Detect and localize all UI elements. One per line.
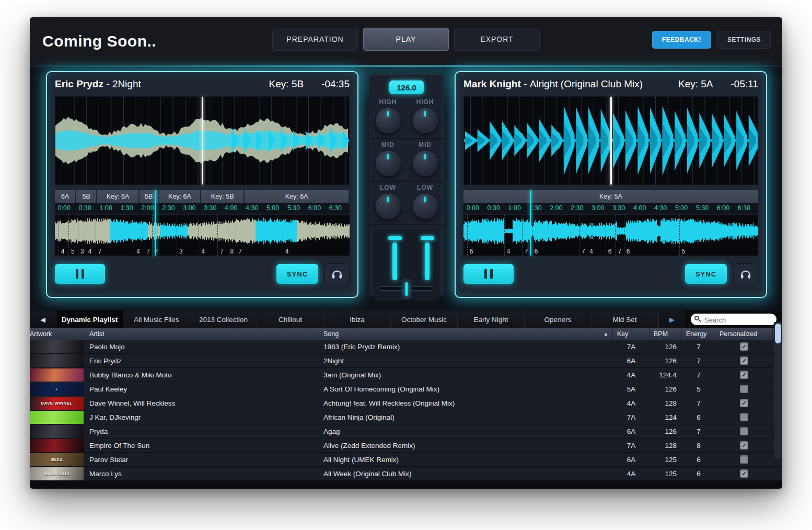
table-scrollbar[interactable]: [774, 322, 782, 458]
row-energy: 6: [682, 413, 715, 421]
personalized-checkbox[interactable]: ✓: [740, 455, 748, 464]
table-row[interactable]: Eric Prydz 2Night 6A 126 7 ✓: [30, 354, 782, 368]
energy-marker: 4: [86, 215, 86, 256]
playlist-tab-ibiza[interactable]: Ibiza: [324, 310, 391, 328]
deck-right-sync-button[interactable]: SYNC: [685, 264, 727, 284]
row-song: 2Night: [318, 357, 613, 365]
crossfader[interactable]: [378, 282, 435, 295]
deck-left-sync-button[interactable]: SYNC: [276, 264, 318, 284]
row-artist: Empire Of The Sun: [84, 442, 318, 450]
personalized-checkbox[interactable]: ✓: [740, 427, 748, 435]
playlist-tab-mid-set[interactable]: Mid Set: [591, 310, 658, 328]
deck-right-pause-button[interactable]: [463, 264, 514, 284]
deck-right-overview-waveform[interactable]: 6476746765: [463, 214, 758, 256]
page: Coming Soon.. PREPARATION PLAY EXPORT FE…: [0, 0, 812, 530]
playlist-tab-2013-collection[interactable]: 2013 Collection: [190, 310, 257, 328]
column-header-artist[interactable]: Artist: [84, 328, 318, 340]
table-row[interactable]: Paolo Mojo 1983 (Eric Prydz Remix) 7A 12…: [30, 340, 782, 354]
row-key: 4A: [613, 371, 649, 379]
personalized-checkbox[interactable]: ✓: [740, 371, 748, 379]
search-box[interactable]: [691, 314, 776, 325]
playlist-tab-all-music-files[interactable]: All Music Files: [123, 310, 190, 328]
high-knob-right[interactable]: [413, 108, 438, 133]
table-row[interactable]: MIAMI 2013 Marco Lys All Week (Original …: [30, 467, 782, 481]
column-header-song[interactable]: Song▲: [318, 328, 613, 340]
deck-right-main-waveform[interactable]: [463, 96, 758, 185]
headphones-icon: [331, 269, 343, 279]
low-knob-left[interactable]: [376, 194, 401, 219]
deck-right-timeline[interactable]: Key: 5A 0:000:301:001:302:002:303:003:30…: [463, 190, 758, 256]
tab-export[interactable]: EXPORT: [454, 28, 540, 51]
row-energy: 7: [682, 428, 715, 435]
headphones-icon: [740, 269, 751, 279]
deck-right-overview-playhead[interactable]: [530, 190, 531, 256]
deck-right-headphones-button[interactable]: [733, 263, 758, 284]
feedback-button[interactable]: FEEDBACK!: [652, 31, 711, 49]
tabs-scroll-right-button[interactable]: ▶: [658, 310, 685, 328]
energy-marker: 5: [68, 215, 69, 256]
energy-marker: 4: [134, 215, 134, 256]
deck-left-key-segments: 6A5BKey: 6A5BKey: 6AKey: 5BKey: 6A: [55, 190, 350, 203]
sort-arrow-icon: ▲: [604, 331, 608, 337]
playlist-tab-chillout[interactable]: Chillout: [257, 310, 324, 328]
time-tick: 3:30: [204, 204, 216, 212]
high-knob-left[interactable]: [376, 108, 401, 133]
deck-stage: Eric Prydz - 2Night Key: 5B -04:35 6A5BK…: [30, 65, 782, 310]
volume-fader-left[interactable]: [385, 234, 405, 282]
volume-fader-right[interactable]: [417, 234, 437, 282]
deck-left-pause-button[interactable]: [55, 264, 105, 284]
personalized-checkbox[interactable]: ✓: [740, 469, 748, 478]
deck-left-overview-waveform[interactable]: 45347477347874: [55, 214, 350, 256]
settings-button[interactable]: SETTINGS: [717, 31, 771, 49]
personalized-checkbox[interactable]: ✓: [740, 441, 748, 450]
row-song: Achtung! feat. Will Reckless (Original M…: [318, 399, 613, 407]
deck-left-headphones-button[interactable]: [324, 263, 350, 284]
column-header-bpm[interactable]: BPM: [649, 328, 682, 340]
playlist-tab-dynamic-playlist[interactable]: Dynamic Playlist: [56, 310, 123, 328]
time-tick: 0:00: [467, 204, 479, 212]
energy-marker: 4: [504, 215, 505, 256]
table-row[interactable]: J Kar, DJkevingr African Ninja (Original…: [30, 410, 782, 424]
deck-left-timeline[interactable]: 6A5BKey: 6A5BKey: 6AKey: 5BKey: 6A 0:000…: [55, 190, 350, 256]
low-label-left: LOW: [380, 184, 396, 191]
search-input[interactable]: [703, 314, 773, 326]
table-row[interactable]: Pryda Agag 6A 126 7 ✓: [30, 424, 782, 439]
personalized-checkbox[interactable]: ✓: [740, 356, 748, 365]
tab-preparation[interactable]: PREPARATION: [272, 28, 358, 51]
personalized-checkbox[interactable]: ✓: [740, 385, 748, 393]
deck-left-main-waveform[interactable]: [55, 96, 350, 185]
deck-right-artist: Mark Knight: [463, 78, 521, 90]
artwork-bobby-blanco: [30, 368, 84, 382]
app-window: Coming Soon.. PREPARATION PLAY EXPORT FE…: [30, 17, 782, 489]
table-row[interactable]: ▲ Paul Keeley A Sort Of Homecoming (Orig…: [30, 382, 782, 396]
row-artist: Pryda: [84, 428, 318, 435]
column-header-energy[interactable]: Energy: [682, 328, 715, 340]
table-row[interactable]: Bobby Blanco & Miki Moto 3am (Original M…: [30, 368, 782, 382]
key-segment: Key: 6A: [159, 190, 201, 203]
deck-left-overview-playhead[interactable]: [155, 190, 156, 256]
scrollbar-thumb[interactable]: [775, 324, 781, 343]
playlist-tab-october-music[interactable]: October Music: [391, 310, 458, 328]
playlist-section: ◀ Dynamic PlaylistAll Music Files2013 Co…: [30, 310, 782, 489]
column-header-artwork[interactable]: Artwork: [30, 328, 84, 340]
column-header-key[interactable]: Key: [613, 328, 649, 340]
column-header-personalized[interactable]: Personalized: [715, 328, 773, 340]
artwork-dave-winnel: DAVE WINNEL: [30, 397, 84, 410]
row-key: 6A: [613, 428, 649, 435]
energy-marker: 7: [615, 215, 616, 256]
playlist-tab-early-night[interactable]: Early Night: [458, 310, 525, 328]
personalized-checkbox[interactable]: ✓: [740, 342, 748, 351]
personalized-checkbox[interactable]: ✓: [740, 413, 748, 421]
deck-left-key: Key: 5B: [269, 78, 304, 90]
table-row[interactable]: Empire Of The Sun Alive (Zedd Extended R…: [30, 439, 782, 453]
low-knob-right[interactable]: [413, 194, 438, 219]
playlist-tab-openers[interactable]: Openers: [525, 310, 591, 328]
table-row[interactable]: IBIZA Parov Stelar All Night (UMEK Remix…: [30, 453, 782, 467]
personalized-checkbox[interactable]: ✓: [740, 399, 748, 407]
mid-knob-left[interactable]: [376, 151, 401, 176]
table-row[interactable]: DAVE WINNEL Dave Winnel, Will Reckless A…: [30, 396, 782, 410]
tab-play[interactable]: PLAY: [363, 28, 449, 51]
tabs-scroll-left-button[interactable]: ◀: [30, 310, 56, 328]
energy-marker: 6: [467, 215, 468, 256]
mid-knob-right[interactable]: [413, 151, 438, 176]
